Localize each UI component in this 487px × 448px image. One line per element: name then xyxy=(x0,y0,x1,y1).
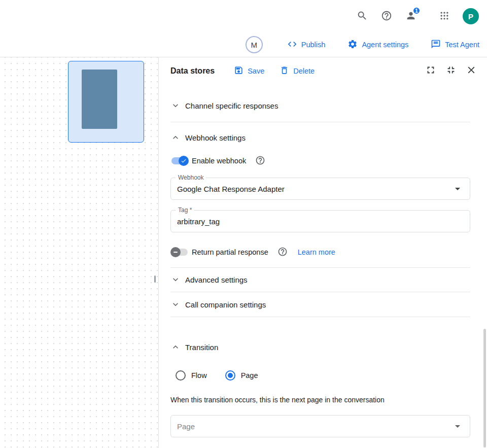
agent-settings-label: Agent settings xyxy=(362,41,408,49)
section-label: Call companion settings xyxy=(185,300,266,309)
panel-resize-handle[interactable] xyxy=(154,275,156,283)
close-panel-button[interactable] xyxy=(465,65,477,77)
publish-button[interactable]: Publish xyxy=(287,39,326,51)
page-radio-label: Page xyxy=(241,371,258,380)
dash-icon xyxy=(173,252,178,253)
enable-webhook-help-button[interactable] xyxy=(255,155,265,167)
flow-canvas[interactable] xyxy=(0,57,159,448)
page-radio[interactable] xyxy=(225,370,235,381)
node-content-preview xyxy=(82,70,117,129)
test-agent-button[interactable]: Test Agent xyxy=(431,39,479,51)
chevron-up-icon xyxy=(170,132,181,143)
section-label: Transition xyxy=(185,343,218,352)
flow-radio-label: Flow xyxy=(191,371,207,380)
help-circle-icon xyxy=(255,155,265,167)
gear-icon xyxy=(347,39,358,51)
panel-title: Data stores xyxy=(170,66,215,76)
code-icon xyxy=(287,39,297,51)
save-button[interactable]: Save xyxy=(234,65,264,77)
apps-grid-button[interactable] xyxy=(434,6,455,26)
settings-panel: Data stores Save Delete xyxy=(159,57,487,448)
enable-webhook-row: Enable webhook xyxy=(170,153,470,169)
flow-radio[interactable] xyxy=(176,370,186,381)
webhook-select-label: Webhook xyxy=(176,174,206,181)
save-label: Save xyxy=(248,67,264,75)
webhook-select[interactable]: Webhook Google Chat Response Adapter xyxy=(170,178,470,200)
collaborator-avatar[interactable]: M xyxy=(246,36,263,53)
check-icon xyxy=(181,158,187,164)
help-icon xyxy=(381,10,392,23)
transition-help-text: When this transition occurs, this is the… xyxy=(170,396,470,404)
search-button[interactable] xyxy=(352,6,372,26)
partial-response-row: Return partial response Learn more xyxy=(170,244,470,260)
tag-input[interactable]: Tag * arbitrary_tag xyxy=(170,210,470,232)
chevron-down-icon xyxy=(170,299,181,309)
notifications-button[interactable]: 1 xyxy=(401,6,421,26)
user-avatar[interactable]: P xyxy=(463,8,479,24)
test-agent-label: Test Agent xyxy=(445,41,479,49)
notification-badge: 1 xyxy=(412,7,421,15)
publish-label: Publish xyxy=(301,41,326,49)
save-icon xyxy=(234,65,244,77)
divider xyxy=(170,292,470,292)
fullscreen-icon xyxy=(425,64,436,77)
enable-webhook-toggle[interactable] xyxy=(170,156,189,166)
fullscreen-exit-icon xyxy=(445,64,457,77)
divider xyxy=(170,122,470,122)
top-bar: 1 P xyxy=(0,0,487,32)
apps-grid-icon xyxy=(439,11,449,22)
section-label: Channel specific responses xyxy=(185,101,278,110)
divider xyxy=(170,317,470,317)
panel-header: Data stores Save Delete xyxy=(159,57,487,84)
delete-label: Delete xyxy=(293,67,315,75)
section-advanced-settings[interactable]: Advanced settings xyxy=(170,271,470,288)
tag-input-label: Tag * xyxy=(176,206,194,214)
page-select-placeholder: Page xyxy=(177,422,195,431)
learn-more-link[interactable]: Learn more xyxy=(298,248,335,256)
dropdown-arrow-icon xyxy=(451,183,464,195)
section-transition[interactable]: Transition xyxy=(170,339,470,355)
enable-webhook-label: Enable webhook xyxy=(192,157,246,165)
fullscreen-exit-button[interactable] xyxy=(445,65,457,77)
trash-icon xyxy=(280,65,289,77)
agent-toolbar: M Publish Agent settings Test Agent xyxy=(0,32,487,57)
partial-response-label: Return partial response xyxy=(192,248,268,256)
transition-target-radio-group: Flow Page xyxy=(170,367,470,384)
webhook-select-value: Google Chat Response Adapter xyxy=(177,185,285,193)
app-root: 1 P M Publish Agent settings Tes xyxy=(0,0,487,448)
panel-scrollbar[interactable] xyxy=(483,329,486,447)
fullscreen-button[interactable] xyxy=(425,65,437,77)
close-icon xyxy=(466,64,477,77)
section-label: Webhook settings xyxy=(185,133,246,142)
help-circle-icon xyxy=(277,247,288,258)
tag-input-value: arbitrary_tag xyxy=(177,217,220,226)
search-icon xyxy=(357,10,368,23)
chevron-up-icon xyxy=(170,342,181,352)
chevron-down-icon xyxy=(170,100,181,111)
panel-window-controls xyxy=(425,65,477,77)
toggle-thumb xyxy=(179,156,189,166)
dropdown-arrow-icon xyxy=(451,420,464,432)
divider xyxy=(170,267,470,268)
section-channel-specific-responses[interactable]: Channel specific responses xyxy=(170,97,470,114)
partial-response-toggle[interactable] xyxy=(170,247,189,257)
agent-settings-button[interactable]: Agent settings xyxy=(347,39,408,51)
section-label: Advanced settings xyxy=(185,275,248,284)
section-call-companion-settings[interactable]: Call companion settings xyxy=(170,296,470,313)
chevron-down-icon xyxy=(170,274,181,285)
help-button[interactable] xyxy=(376,6,397,26)
panel-body: Channel specific responses Webhook setti… xyxy=(159,84,487,448)
toggle-thumb xyxy=(170,247,181,257)
section-webhook-settings[interactable]: Webhook settings xyxy=(170,129,470,146)
partial-response-help-button[interactable] xyxy=(277,247,288,258)
delete-button[interactable]: Delete xyxy=(280,65,315,77)
main-area: Data stores Save Delete xyxy=(0,57,487,448)
chat-icon xyxy=(431,39,441,51)
flow-node-selected[interactable] xyxy=(68,61,144,143)
page-select[interactable]: Page xyxy=(170,415,470,437)
